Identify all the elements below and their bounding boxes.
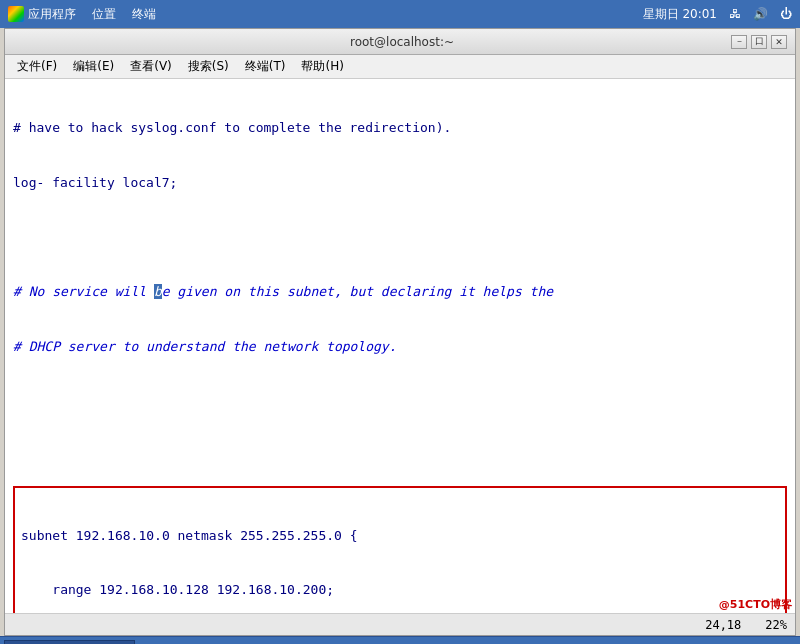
taskbar: root@localhost:~ 1 / 4	[0, 636, 800, 644]
system-bar-left: 应用程序 位置 终端	[8, 6, 156, 23]
location-menu[interactable]: 位置	[92, 6, 116, 23]
window-title: root@localhost:~	[73, 35, 731, 49]
subnet1-line1: subnet 192.168.10.0 netmask 255.255.255.…	[21, 527, 779, 545]
line-4: # No service will be given on this subne…	[13, 283, 787, 301]
window-controls: － 口 ✕	[731, 35, 787, 49]
app-icon	[8, 6, 24, 22]
watermark: @51CTO博客	[719, 597, 792, 612]
terminal-window: root@localhost:~ － 口 ✕ 文件(F) 编辑(E) 查看(V)…	[4, 28, 796, 636]
datetime: 星期日 20:01	[643, 6, 717, 23]
minimize-button[interactable]: －	[731, 35, 747, 49]
volume-icon: 🔊	[753, 7, 768, 21]
close-button[interactable]: ✕	[771, 35, 787, 49]
terminal-menu[interactable]: 终端	[132, 6, 156, 23]
title-bar: root@localhost:~ － 口 ✕	[5, 29, 795, 55]
menu-help[interactable]: 帮助(H)	[293, 56, 351, 78]
cursor-position: 24,18	[705, 618, 741, 632]
system-bar-right: 星期日 20:01 🖧 🔊 ⏻	[643, 6, 792, 23]
line-5: # DHCP server to understand the network …	[13, 338, 787, 356]
power-icon[interactable]: ⏻	[780, 7, 792, 21]
menu-file[interactable]: 文件(F)	[9, 56, 65, 78]
editor-content[interactable]: # have to hack syslog.conf to complete t…	[5, 79, 795, 613]
line-3	[13, 229, 787, 247]
app-menu-label[interactable]: 应用程序	[28, 6, 76, 23]
taskbar-left: root@localhost:~	[4, 640, 135, 645]
line-2: log- facility local7;	[13, 174, 787, 192]
subnet1-line2: range 192.168.10.128 192.168.10.200;	[21, 581, 779, 599]
system-bar: 应用程序 位置 终端 星期日 20:01 🖧 🔊 ⏻	[0, 0, 800, 28]
menu-search[interactable]: 搜索(S)	[180, 56, 237, 78]
editor-container[interactable]: # have to hack syslog.conf to complete t…	[5, 79, 795, 613]
maximize-button[interactable]: 口	[751, 35, 767, 49]
line-6	[13, 392, 787, 410]
status-bar: 24,18 22%	[5, 613, 795, 635]
subnet-block-1: subnet 192.168.10.0 netmask 255.255.255.…	[13, 447, 787, 613]
app-menu[interactable]: 应用程序	[8, 6, 76, 23]
menu-edit[interactable]: 编辑(E)	[65, 56, 122, 78]
scroll-percent: 22%	[765, 618, 787, 632]
line-1: # have to hack syslog.conf to complete t…	[13, 119, 787, 137]
taskbar-terminal-item[interactable]: root@localhost:~	[4, 640, 135, 645]
network-icon: 🖧	[729, 7, 741, 21]
menu-bar: 文件(F) 编辑(E) 查看(V) 搜索(S) 终端(T) 帮助(H)	[5, 55, 795, 79]
menu-view[interactable]: 查看(V)	[122, 56, 180, 78]
menu-terminal[interactable]: 终端(T)	[237, 56, 294, 78]
